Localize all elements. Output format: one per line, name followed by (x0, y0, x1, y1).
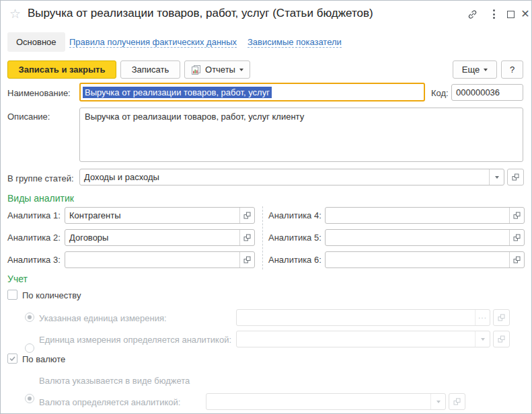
favorite-star-icon[interactable]: ☆ (9, 7, 21, 20)
currency-analytics-value (206, 394, 430, 409)
close-button[interactable]: ✕ (518, 7, 532, 22)
analytics-3-value (65, 252, 239, 267)
currency-analytics-label: Валюта определяется аналитикой: (39, 397, 180, 407)
tab-main-label: Основное (16, 37, 56, 47)
selected-text: Выручка от реализации товаров, работ, ус… (83, 87, 272, 98)
group-label: В группе статей: (7, 173, 74, 183)
open-icon (243, 233, 252, 242)
open-icon (497, 313, 506, 322)
unit-fixed-input[interactable]: ... (236, 309, 490, 326)
group-combobox[interactable]: Доходы и расходы (79, 169, 504, 185)
analytics-3-field[interactable] (65, 251, 255, 268)
analytics-heading: Виды аналитик (7, 193, 74, 204)
unit-analytics-combobox[interactable] (236, 331, 490, 347)
unit-fixed-value (237, 310, 475, 325)
currency-budget-radio[interactable] (25, 394, 34, 403)
name-label: Наименование: (7, 88, 71, 98)
group-open-button[interactable] (507, 169, 524, 185)
unit-analytics-open-button[interactable] (493, 331, 510, 347)
accounting-heading: Учет (7, 274, 28, 284)
analytics-2-field[interactable]: Договоры (65, 229, 255, 246)
group-value: Доходы и расходы (80, 169, 489, 185)
analytics-2-value: Договоры (65, 230, 239, 245)
open-icon (453, 397, 461, 406)
analytics-6-open-button[interactable] (509, 252, 524, 267)
unit-analytics-value (237, 331, 475, 347)
window-title: Выручка от реализации товаров, работ, ус… (28, 7, 373, 20)
analytics-3-open-button[interactable] (239, 252, 254, 267)
analytics-1-value: Контрагенты (65, 208, 239, 223)
checkmark-icon (9, 355, 16, 362)
dropdown-arrow-icon (484, 69, 488, 71)
unit-analytics-dropdown-button[interactable] (475, 331, 490, 347)
currency-checkbox-label: По валюте (22, 354, 65, 364)
currency-budget-label: Валюта указывается в виде бюджета (39, 376, 190, 386)
save-button[interactable]: Записать (120, 60, 180, 79)
open-icon (243, 255, 252, 264)
tab-main[interactable]: Основное (7, 32, 65, 52)
analytics-2-open-button[interactable] (239, 230, 254, 245)
open-icon (511, 173, 520, 181)
description-textarea[interactable]: Выручка от реализации товаров, работ, ус… (79, 108, 523, 162)
code-label: Код: (431, 88, 449, 98)
link-dependent-indicators[interactable]: Зависимые показатели (248, 37, 342, 48)
save-and-close-label: Записать и закрыть (19, 65, 106, 75)
more-menu-button[interactable] (486, 7, 501, 22)
help-button[interactable]: ? (501, 60, 523, 79)
quantity-checkbox-label: По количеству (22, 290, 81, 300)
analytics-5-label: Аналитика 5: (268, 233, 321, 243)
report-chart-icon (191, 65, 201, 75)
more-actions-label: Еще (462, 65, 480, 75)
analytics-5-field[interactable] (325, 229, 525, 246)
unit-analytics-radio[interactable] (25, 343, 34, 353)
form-window: ☆ Выручка от реализации товаров, работ, … (0, 0, 532, 414)
open-icon (512, 211, 521, 220)
analytics-6-field[interactable] (325, 251, 525, 268)
dropdown-arrow-icon (436, 401, 441, 403)
reports-label: Отчеты (205, 65, 235, 75)
unit-analytics-label: Единица измерения определяется аналитико… (39, 335, 231, 345)
save-label: Записать (132, 65, 169, 75)
code-input[interactable]: 000000036 (451, 84, 523, 101)
unit-fixed-open-button[interactable] (493, 309, 510, 326)
currency-analytics-dropdown-button[interactable] (430, 394, 445, 409)
maximize-button[interactable] (503, 7, 518, 22)
analytics-3-label: Аналитика 3: (7, 255, 61, 265)
analytics-2-label: Аналитика 2: (7, 233, 61, 243)
analytics-1-open-button[interactable] (239, 208, 254, 223)
analytics-4-open-button[interactable] (509, 208, 524, 223)
link-facts-rules[interactable]: Правила получения фактических данных (69, 37, 237, 48)
reports-button[interactable]: Отчеты (184, 60, 250, 79)
analytics-column-divider (262, 206, 263, 270)
open-icon (512, 255, 521, 264)
ellipsis-icon: ... (478, 311, 487, 324)
more-actions-button[interactable]: Еще (453, 60, 497, 79)
quantity-checkbox[interactable] (7, 290, 17, 300)
get-link-button[interactable] (465, 7, 480, 22)
analytics-6-value (326, 252, 509, 267)
help-label: ? (510, 65, 515, 75)
dropdown-arrow-icon (481, 338, 485, 341)
dropdown-arrow-button[interactable] (489, 169, 504, 185)
analytics-5-open-button[interactable] (509, 230, 524, 245)
dropdown-arrow-icon (239, 69, 243, 71)
open-icon (497, 335, 506, 343)
save-and-close-button[interactable]: Записать и закрыть (7, 60, 116, 79)
currency-analytics-combobox[interactable] (206, 393, 446, 410)
analytics-6-label: Аналитика 6: (268, 255, 321, 265)
unit-fixed-label: Указанная единица измерения: (39, 313, 167, 323)
unit-fixed-ellipsis-button[interactable]: ... (475, 310, 490, 325)
analytics-4-value (326, 208, 509, 223)
name-input[interactable]: Выручка от реализации товаров, работ, ус… (79, 83, 425, 101)
analytics-5-value (326, 230, 509, 245)
analytics-1-field[interactable]: Контрагенты (65, 207, 255, 224)
open-icon (243, 211, 252, 220)
dropdown-arrow-icon (495, 176, 499, 179)
unit-fixed-radio[interactable] (25, 313, 34, 322)
maximize-icon (507, 11, 515, 18)
analytics-4-field[interactable] (325, 207, 525, 224)
chain-link-icon (467, 9, 478, 20)
open-icon (512, 233, 521, 242)
currency-analytics-open-button[interactable] (449, 393, 465, 410)
currency-checkbox[interactable] (7, 354, 17, 364)
